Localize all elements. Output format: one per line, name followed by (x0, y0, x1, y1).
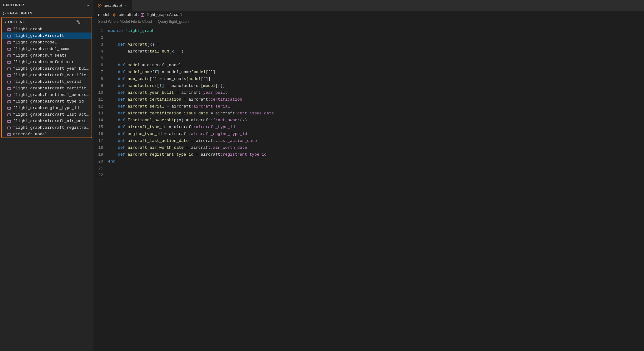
outline-item-flight_graph_Aircraft[interactable]: flight_graph:Aircraft (2, 33, 92, 39)
outline-item-flight_graph_engine_type_id[interactable]: flight_graph:engine_type_id (2, 105, 92, 111)
outline-item-flight_graph_Fractional_ownership[interactable]: flight_graph:Fractional_ownership (2, 92, 92, 98)
breadcrumb-model[interactable]: model (98, 12, 109, 17)
outline-collapse-button[interactable] (75, 19, 82, 25)
code-line-15: 15 def aircraft_type_id = aircraft:aircr… (94, 124, 644, 131)
outline-item-flight_graph_aircraft_registrant_typ[interactable]: flight_graph:aircraft_registrant_typ... (2, 124, 92, 131)
line-number: 8 (94, 76, 108, 83)
cube-icon (7, 40, 11, 45)
outline-item-flight_graph_aircraft_certification_i[interactable]: flight_graph:aircraft_certification_i... (2, 85, 92, 92)
rel-file-icon (97, 3, 102, 8)
faa-flights-section[interactable]: ▷ FAA-FLIGHTS (0, 10, 93, 16)
outline-item-label: flight_graph:aircraft_air_worth_date (13, 119, 89, 123)
line-number: 20 (94, 158, 108, 165)
line-number: 3 (94, 41, 108, 48)
outline-actions: ··· (75, 19, 89, 25)
breadcrumb-file-text: aircraft.rel (119, 12, 137, 17)
code-line-8: 8 def num_seats[f] = num_seats[model[f]] (94, 76, 644, 83)
cube-icon (7, 99, 11, 104)
line-content: def Fractional_ownership(x) = aircraft:f… (108, 117, 644, 124)
query-button[interactable]: Query flight_graph (158, 19, 189, 24)
code-line-5: 5 (94, 55, 644, 62)
line-content: def aircraft_serial = aircraft:aircraft_… (108, 103, 644, 110)
outline-item-label: flight_graph:model_name (13, 47, 69, 51)
cube-icon (7, 132, 11, 137)
outline-item-flight_graph_aircraft_serial[interactable]: flight_graph:aircraft_serial (2, 78, 92, 85)
cube-icon (7, 60, 11, 64)
breadcrumb-symbol-icon (141, 12, 145, 17)
main-area: aircraft.rel × model › aircraft.rel › (94, 0, 644, 351)
code-line-18: 18 def aircraft_air_worth_date = aircraf… (94, 144, 644, 151)
line-number: 12 (94, 103, 108, 110)
outline-chevron-icon: ∨ (4, 20, 6, 24)
line-number: 14 (94, 117, 108, 124)
cube-icon (7, 27, 11, 32)
outline-item-label: flight_graph:engine_type_id (13, 106, 79, 110)
outline-header[interactable]: ∨ OUTLINE ··· (2, 18, 92, 26)
sidebar: EXPLORER ··· ▷ FAA-FLIGHTS ∨ OUTLINE (0, 0, 94, 351)
line-content: def aircraft_registrant_type_id = aircra… (108, 151, 644, 158)
code-line-7: 7 def model_name[f] = model_name[model[f… (94, 69, 644, 76)
breadcrumb-model-text: model (98, 12, 109, 17)
outline-item-aircraft_model[interactable]: aircraft_model (2, 131, 92, 138)
svg-point-41 (114, 14, 115, 15)
outline-item-flight_graph_model_name[interactable]: flight_graph:model_name (2, 46, 92, 52)
outline-item-label: flight_graph:model (13, 40, 57, 45)
outline-item-label: flight_graph (13, 27, 42, 32)
line-content: def aircraft_year_built = aircraft:year_… (108, 89, 644, 96)
outline-item-label: flight_graph:aircraft_serial (13, 79, 81, 84)
tab-file-icon (97, 3, 102, 8)
outline-item-flight_graph_aircraft_type_id[interactable]: flight_graph:aircraft_type_id (2, 98, 92, 105)
outline-item-flight_graph_aircraft_year_built[interactable]: flight_graph:aircraft_year_built (2, 65, 92, 72)
line-content: def aircraft_certification_issue_date = … (108, 110, 644, 117)
code-line-16: 16 def engine_type_id = aircraft:aircraf… (94, 131, 644, 138)
outline-item-flight_graph[interactable]: flight_graph (2, 26, 92, 33)
code-line-20: 20end (94, 158, 644, 165)
outline-item-flight_graph_num_seats[interactable]: flight_graph:num_seats (2, 52, 92, 59)
cube-icon (7, 67, 11, 71)
explorer-more-button[interactable]: ··· (84, 2, 90, 8)
outline-section: ∨ OUTLINE ··· (1, 17, 92, 138)
outline-item-flight_graph_model[interactable]: flight_graph:model (2, 39, 92, 46)
outline-item-label: flight_graph:Aircraft (13, 33, 64, 38)
line-number: 4 (94, 48, 108, 55)
line-number: 11 (94, 96, 108, 103)
line-number: 5 (94, 55, 108, 62)
svg-rect-1 (79, 22, 80, 23)
line-content: def aircraft_certification = aircraft:ce… (108, 96, 644, 103)
cube-icon (7, 34, 11, 38)
cube-icon (7, 113, 11, 117)
app-container: EXPLORER ··· ▷ FAA-FLIGHTS ∨ OUTLINE (0, 0, 644, 351)
outline-title: OUTLINE (8, 20, 25, 24)
code-editor[interactable]: 1module flight_graph2 3 def Aircraft(x) … (94, 25, 644, 351)
outline-item-flight_graph_aircraft_last_action_d[interactable]: flight_graph:aircraft_last_action_d... (2, 111, 92, 118)
breadcrumb-symbol[interactable]: flight_graph:Aircraft (141, 12, 182, 17)
outline-item-flight_graph_aircraft_certification[interactable]: flight_graph:aircraft_certification (2, 72, 92, 78)
outline-more-button[interactable]: ··· (83, 19, 89, 25)
cube-icon (7, 53, 11, 58)
breadcrumb-file[interactable]: aircraft.rel (113, 12, 137, 17)
aircraft-rel-tab[interactable]: aircraft.rel × (94, 0, 132, 11)
tab-close-button[interactable]: × (124, 3, 128, 8)
code-line-9: 9 def manufacturer[f] = manufacturer[mod… (94, 83, 644, 89)
outline-item-label: flight_graph:manufacturer (13, 60, 74, 64)
outline-item-label: flight_graph:aircraft_type_id (13, 99, 84, 104)
code-line-21: 21 (94, 165, 644, 172)
explorer-label: EXPLORER (3, 3, 24, 7)
send-to-cloud-button[interactable]: Send Whole Model File to Cloud (98, 19, 152, 24)
breadcrumb-sep-1: › (110, 13, 112, 17)
outline-item-flight_graph_manufacturer[interactable]: flight_graph:manufacturer (2, 59, 92, 65)
outline-header-left: ∨ OUTLINE (4, 20, 25, 24)
explorer-header: EXPLORER ··· (0, 0, 93, 10)
breadcrumb-sep-2: › (138, 13, 139, 17)
tab-bar: aircraft.rel × (94, 0, 644, 11)
line-content: def model_name[f] = model_name[model[f]] (108, 69, 644, 76)
line-number: 17 (94, 138, 108, 144)
explorer-header-actions: ··· (84, 2, 90, 8)
line-content: module flight_graph (108, 28, 644, 34)
line-content: def engine_type_id = aircraft:aircraft_e… (108, 131, 644, 138)
cube-icon (7, 119, 11, 123)
line-number: 2 (94, 34, 108, 41)
outline-item-flight_graph_aircraft_air_worth_date[interactable]: flight_graph:aircraft_air_worth_date (2, 118, 92, 124)
line-number: 9 (94, 83, 108, 89)
code-line-13: 13 def aircraft_certification_issue_date… (94, 110, 644, 117)
